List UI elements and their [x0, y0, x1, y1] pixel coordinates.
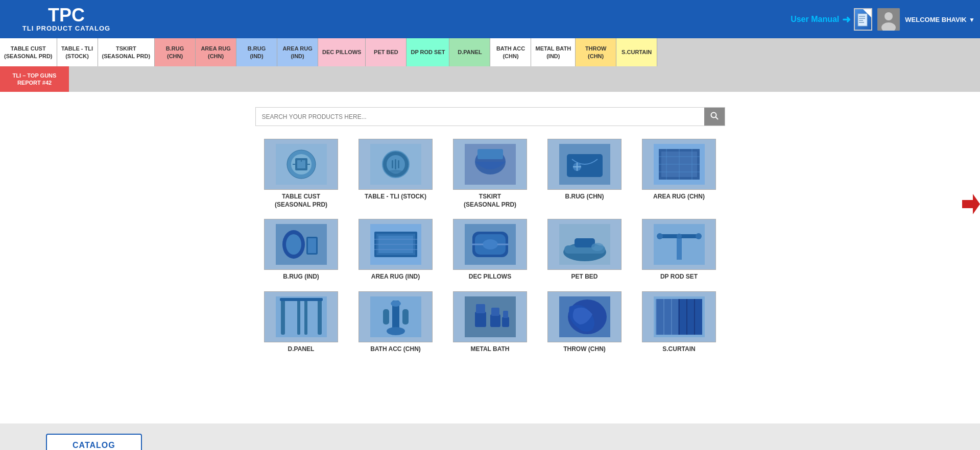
product-label-brug-ind: B.RUG (IND)	[283, 273, 319, 281]
svg-rect-82	[475, 312, 486, 327]
tab-top-guns-report[interactable]: TLI – TOP GUNSREPORT #42	[0, 66, 69, 92]
product-tskirt[interactable]: TSKIRT(SEASONAL PRD)	[450, 139, 530, 209]
user-manual-link[interactable]: User Manual ➜	[791, 8, 872, 31]
tab-tskirt[interactable]: TSKIRT(SEASONAL PRD)	[98, 38, 155, 66]
tab-dec-pillows[interactable]: DEC PILLOWS	[318, 38, 366, 66]
product-scurtain[interactable]: S.CURTAIN	[639, 291, 719, 354]
product-bath-acc-chn[interactable]: BATH ACC (CHN)	[356, 291, 435, 354]
welcome-text: WELCOME BHAVIK ▼	[905, 15, 975, 24]
svg-rect-71	[318, 299, 322, 335]
product-row-2: B.RUG (IND) AREA RUG (IND)	[0, 219, 980, 281]
product-table-cust[interactable]: TABLE CUST(SEASONAL PRD)	[261, 139, 341, 209]
product-area-rug-ind[interactable]: AREA RUG (IND)	[356, 219, 435, 281]
search-bar	[255, 107, 725, 126]
product-img-brug-ind	[264, 219, 338, 270]
app-header: TPC TLI PRODUCT CATALOG User Manual ➜	[0, 0, 980, 38]
product-brug-ind[interactable]: B.RUG (IND)	[261, 219, 341, 281]
product-brug-chn[interactable]: B.RUG (CHN)	[545, 139, 624, 209]
search-input[interactable]	[256, 108, 704, 126]
svg-rect-29	[567, 154, 603, 177]
user-manual-label: User Manual	[791, 15, 839, 24]
product-label-table-tli: TABLE - TLI (STOCK)	[365, 193, 426, 201]
product-label-area-rug-ind: AREA RUG (IND)	[371, 273, 420, 281]
tab-area-rug-chn[interactable]: AREA RUG(CHN)	[196, 38, 236, 66]
tab-brug-ind[interactable]: B.RUG(IND)	[236, 38, 277, 66]
tab-metal-bath-ind[interactable]: METAL BATH(IND)	[531, 38, 576, 66]
svg-point-78	[391, 301, 401, 307]
product-dp-rod-set[interactable]: DP ROD SET	[639, 219, 719, 281]
svg-rect-27	[477, 149, 503, 159]
tab-dp-rod-set[interactable]: DP ROD SET	[407, 38, 449, 66]
arrow-icon: ➜	[842, 13, 851, 26]
svg-point-66	[696, 233, 702, 239]
bottom-bar: CATALOG	[0, 423, 980, 450]
nav-tabs-row2: TLI – TOP GUNSREPORT #42	[0, 66, 980, 92]
svg-rect-70	[281, 299, 285, 335]
tab-area-rug-ind[interactable]: AREA RUG(IND)	[277, 38, 318, 66]
product-dpanel[interactable]: D.PANEL	[261, 291, 341, 354]
tab-throw-chn[interactable]: THROW(CHN)	[576, 38, 616, 66]
tab-dpanel[interactable]: D.PANEL	[449, 38, 490, 66]
svg-rect-84	[490, 314, 500, 327]
tab-scurtain[interactable]: S.CURTAIN	[616, 38, 657, 66]
nav-tabs-row1: TABLE CUST(SEASONAL PRD) TABLE - TLI(STO…	[0, 38, 980, 66]
svg-point-77	[387, 327, 405, 335]
product-pet-bed[interactable]: PET BED	[545, 219, 624, 281]
svg-rect-74	[280, 298, 323, 301]
search-container	[0, 107, 980, 126]
product-label-area-rug-chn: AREA RUG (CHN)	[653, 193, 705, 201]
svg-line-9	[715, 117, 718, 120]
product-img-metal-bath	[453, 291, 527, 342]
svg-rect-23	[398, 160, 399, 168]
svg-rect-87	[503, 311, 508, 318]
svg-point-6	[885, 12, 893, 20]
product-img-pet-bed	[547, 219, 622, 270]
svg-rect-67	[677, 238, 682, 260]
product-area-rug-chn[interactable]: AREA RUG (CHN)	[639, 139, 719, 209]
product-label-brug-chn: B.RUG (CHN)	[565, 193, 604, 201]
svg-rect-21	[392, 160, 393, 168]
product-img-scurtain	[642, 291, 716, 342]
svg-point-55	[483, 239, 498, 249]
svg-point-68	[677, 234, 682, 239]
product-img-area-rug-ind	[358, 219, 433, 270]
svg-rect-80	[402, 309, 409, 324]
tab-bath-acc-chn[interactable]: BATH ACC(CHN)	[490, 38, 531, 66]
product-img-tskirt	[453, 139, 527, 190]
svg-point-8	[711, 113, 716, 118]
product-label-tskirt: TSKIRT(SEASONAL PRD)	[464, 193, 516, 209]
product-label-scurtain: S.CURTAIN	[662, 345, 695, 354]
product-img-dpanel	[264, 291, 338, 342]
product-img-brug-chn	[547, 139, 622, 190]
product-label-dp-rod-set: DP ROD SET	[660, 273, 698, 281]
product-throw-chn[interactable]: THROW (CHN)	[545, 291, 624, 354]
tab-pet-bed[interactable]: PET BED	[366, 38, 407, 66]
product-metal-bath[interactable]: METAL BATH	[450, 291, 530, 354]
product-img-table-tli	[358, 139, 433, 190]
tab-table-cust[interactable]: TABLE CUST(SEASONAL PRD)	[0, 38, 57, 66]
main-content: TABLE CUST(SEASONAL PRD) TABLE - TLI (ST…	[0, 92, 980, 423]
svg-rect-72	[297, 299, 300, 335]
product-label-throw-chn: THROW (CHN)	[563, 345, 606, 354]
product-img-dp-rod-set	[642, 219, 716, 270]
product-label-table-cust: TABLE CUST(SEASONAL PRD)	[275, 193, 327, 209]
svg-point-24	[389, 170, 403, 173]
svg-rect-44	[308, 238, 316, 253]
catalog-button[interactable]: CATALOG	[46, 434, 142, 450]
svg-rect-83	[476, 304, 485, 313]
tab-table-tli[interactable]: TABLE - TLI(STOCK)	[57, 38, 98, 66]
svg-rect-86	[502, 317, 509, 327]
product-img-area-rug-chn	[642, 139, 716, 190]
user-avatar	[877, 8, 900, 31]
product-label-metal-bath: METAL BATH	[471, 345, 510, 354]
product-row-1: TABLE CUST(SEASONAL PRD) TABLE - TLI (ST…	[0, 139, 980, 209]
product-dec-pillows[interactable]: DEC PILLOWS	[450, 219, 530, 281]
product-img-dec-pillows	[453, 219, 527, 270]
welcome-dropdown-icon[interactable]: ▼	[969, 16, 975, 23]
logo-block: TPC TLI PRODUCT CATALOG	[5, 6, 128, 32]
product-img-table-cust	[264, 139, 338, 190]
tab-brug-chn[interactable]: B.RUG(CHN)	[155, 38, 196, 66]
svg-rect-2	[859, 18, 865, 19]
search-button[interactable]	[704, 108, 725, 126]
product-table-tli[interactable]: TABLE - TLI (STOCK)	[356, 139, 435, 209]
